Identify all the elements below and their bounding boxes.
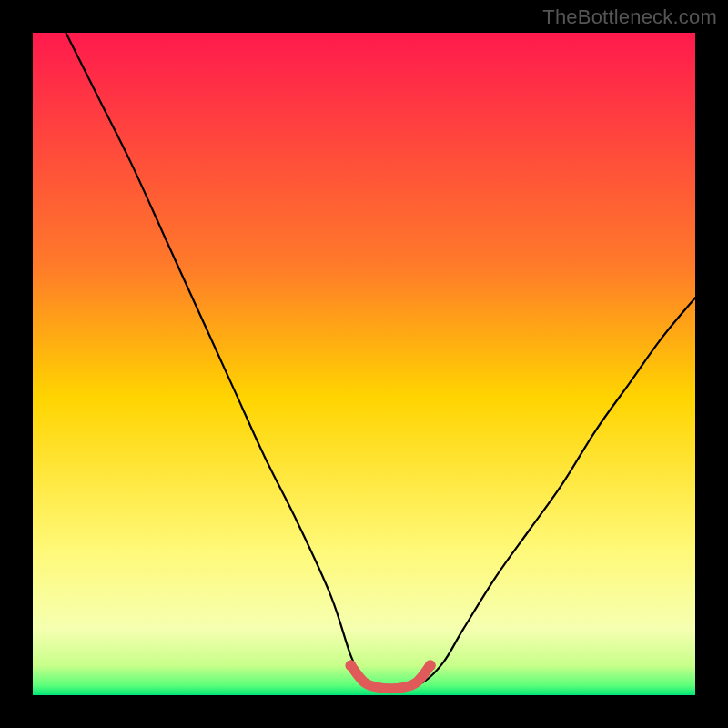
watermark: TheBottleneck.com (542, 5, 717, 29)
chart-frame: TheBottleneck.com (0, 0, 728, 728)
gradient-background (33, 33, 695, 695)
bottleneck-chart (0, 0, 728, 728)
optimal-region-start-dot (345, 660, 356, 671)
optimal-region-end-dot (425, 660, 436, 671)
